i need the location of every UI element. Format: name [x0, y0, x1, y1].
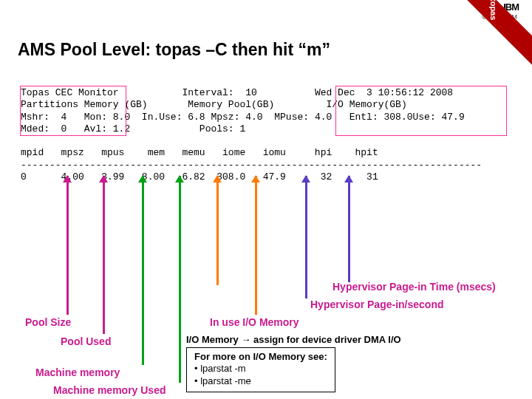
- io-memory-assign-text: I/O Memory → assign for device driver DM…: [186, 334, 401, 345]
- label-inuse-io-memory: In use I/O Memory: [210, 316, 299, 328]
- info-box: For more on I/O Memory see: • lparstat -…: [186, 347, 335, 392]
- term-l3b: Mpsz: 4.0 MPuse: 4.0: [211, 112, 332, 123]
- term-separator: ----------------------------------------…: [21, 160, 482, 171]
- info-box-bullet-1: • lparstat -m: [194, 363, 327, 375]
- label-hypervisor-pagein-time: Hypervisor Page-in Time (msecs): [332, 281, 496, 293]
- term-l4b: Pools: 1: [200, 123, 245, 134]
- term-header: mpid mpsz mpus mem memu iome iomu hpi hp…: [21, 147, 378, 158]
- page-title: AMS Pool Level: topas –C then hit “m”: [18, 40, 330, 60]
- term-row: 0 4.00 3.99 8.00 6.82 308.0 47.9 32 31: [21, 171, 378, 183]
- highlight-box-left: [20, 86, 126, 136]
- ribbon-page-number: 23: [525, 50, 532, 59]
- label-pool-used: Pool Used: [61, 335, 111, 347]
- term-l1b: Interval: 10: [182, 87, 256, 98]
- term-l2b: Memory Pool(GB): [188, 99, 274, 110]
- info-box-header: For more on I/O Memory see:: [194, 351, 327, 363]
- ribbon-label: topas: [483, 0, 504, 20]
- label-machine-memory-used: Machine memory Used: [53, 384, 166, 396]
- corner-ribbon: topas 23: [462, 0, 532, 70]
- label-machine-memory: Machine memory: [35, 366, 120, 378]
- label-hypervisor-pagein-second: Hypervisor Page-in/second: [310, 299, 444, 310]
- highlight-box-right: [335, 86, 507, 136]
- label-pool-size: Pool Size: [25, 316, 71, 328]
- info-box-bullet-2: • lparstat -me: [194, 375, 327, 387]
